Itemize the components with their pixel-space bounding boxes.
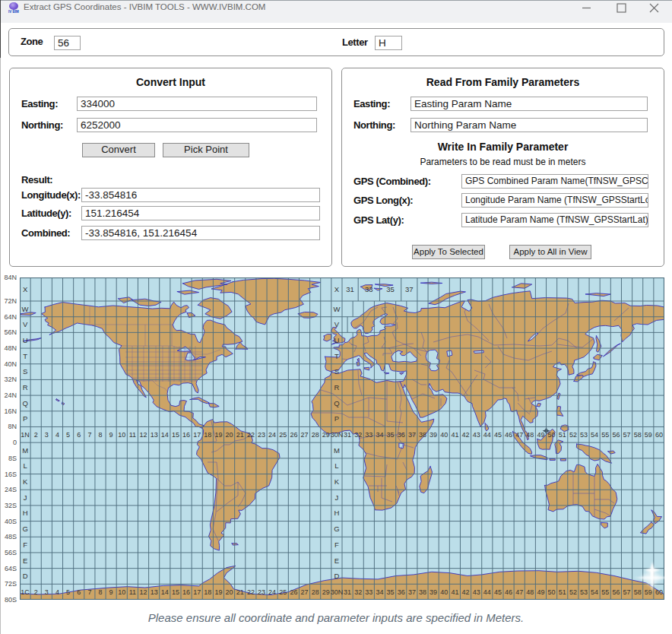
svg-text:G: G <box>334 525 339 533</box>
svg-text:35: 35 <box>387 431 395 439</box>
svg-text:L: L <box>23 461 27 470</box>
svg-text:15: 15 <box>172 588 179 596</box>
svg-text:37: 37 <box>405 285 414 293</box>
svg-text:33: 33 <box>365 431 372 439</box>
svg-text:P: P <box>23 414 27 423</box>
svg-text:7: 7 <box>87 588 91 596</box>
svg-text:45: 45 <box>494 588 502 596</box>
svg-text:32: 32 <box>354 431 362 439</box>
svg-text:34: 34 <box>376 588 383 596</box>
svg-text:44: 44 <box>483 588 491 596</box>
svg-text:6: 6 <box>77 431 81 439</box>
svg-text:13: 13 <box>151 431 158 439</box>
svg-text:51: 51 <box>559 431 566 439</box>
svg-text:W: W <box>22 305 29 313</box>
svg-text:23: 23 <box>258 588 265 596</box>
svg-text:R: R <box>23 383 28 391</box>
svg-text:Q: Q <box>22 399 27 407</box>
svg-text:14: 14 <box>161 431 169 439</box>
svg-text:45: 45 <box>494 431 502 439</box>
svg-text:53: 53 <box>580 431 588 439</box>
svg-text:H: H <box>23 509 28 517</box>
svg-text:17: 17 <box>193 588 201 596</box>
svg-text:31: 31 <box>346 285 354 293</box>
svg-text:38: 38 <box>419 431 426 439</box>
svg-text:43: 43 <box>473 431 480 439</box>
svg-text:18: 18 <box>204 588 211 596</box>
svg-text:33: 33 <box>365 285 373 293</box>
svg-text:22: 22 <box>247 588 255 596</box>
svg-text:1C: 1C <box>21 588 30 596</box>
svg-text:49: 49 <box>537 588 544 596</box>
svg-text:8: 8 <box>98 588 102 596</box>
svg-text:47: 47 <box>515 588 523 596</box>
svg-text:28: 28 <box>312 588 319 596</box>
svg-text:21: 21 <box>236 588 244 596</box>
svg-text:59: 59 <box>645 431 652 439</box>
svg-text:31: 31 <box>344 431 351 439</box>
svg-text:P: P <box>334 414 339 423</box>
svg-text:49: 49 <box>537 431 544 439</box>
svg-text:Q: Q <box>334 399 339 407</box>
svg-text:26: 26 <box>290 431 297 439</box>
svg-text:13: 13 <box>151 588 158 596</box>
svg-text:34: 34 <box>376 431 383 439</box>
svg-text:60: 60 <box>655 588 663 596</box>
svg-text:J: J <box>335 493 339 502</box>
svg-text:2: 2 <box>34 588 38 596</box>
svg-text:32: 32 <box>354 588 362 596</box>
svg-text:58: 58 <box>634 588 642 596</box>
svg-text:F: F <box>334 540 339 549</box>
svg-text:40: 40 <box>440 431 448 439</box>
svg-text:47: 47 <box>515 431 523 439</box>
svg-text:27: 27 <box>300 588 308 596</box>
svg-text:14: 14 <box>161 588 169 596</box>
svg-text:17: 17 <box>193 431 201 439</box>
svg-text:44: 44 <box>483 431 491 439</box>
svg-text:42: 42 <box>461 431 469 439</box>
svg-text:57: 57 <box>623 588 630 596</box>
svg-text:30N: 30N <box>331 431 344 439</box>
svg-text:55: 55 <box>601 588 609 596</box>
svg-text:11: 11 <box>129 588 136 596</box>
svg-text:G: G <box>22 525 27 533</box>
svg-text:43: 43 <box>473 588 480 596</box>
svg-text:V: V <box>334 320 340 328</box>
svg-text:J: J <box>24 493 27 502</box>
svg-text:46: 46 <box>505 588 512 596</box>
svg-text:15: 15 <box>172 431 179 439</box>
svg-text:4: 4 <box>55 431 59 439</box>
svg-text:54: 54 <box>591 431 598 439</box>
svg-text:12: 12 <box>139 588 147 596</box>
svg-text:5: 5 <box>66 431 70 439</box>
svg-text:1N: 1N <box>21 431 30 439</box>
svg-text:H: H <box>334 509 339 517</box>
svg-text:48: 48 <box>526 431 534 439</box>
svg-text:26: 26 <box>290 588 297 596</box>
svg-text:K: K <box>23 477 28 486</box>
svg-text:M: M <box>334 446 340 455</box>
svg-text:E: E <box>334 556 339 565</box>
svg-text:U: U <box>334 336 339 344</box>
svg-text:48: 48 <box>526 588 534 596</box>
svg-text:7: 7 <box>87 431 91 439</box>
svg-text:D: D <box>23 572 28 580</box>
svg-text:53: 53 <box>580 588 588 596</box>
svg-text:12: 12 <box>139 431 147 439</box>
svg-text:38: 38 <box>419 588 426 596</box>
svg-text:F: F <box>23 540 27 549</box>
svg-text:D: D <box>334 572 339 580</box>
svg-text:3: 3 <box>45 431 49 439</box>
svg-text:10: 10 <box>118 588 125 596</box>
svg-text:33: 33 <box>365 588 372 596</box>
svg-text:20: 20 <box>226 588 233 596</box>
svg-text:R: R <box>334 383 339 391</box>
svg-text:4: 4 <box>55 588 59 596</box>
svg-text:37: 37 <box>408 431 416 439</box>
svg-text:50: 50 <box>548 588 556 596</box>
svg-text:56: 56 <box>612 431 620 439</box>
svg-text:35: 35 <box>387 588 395 596</box>
svg-text:21: 21 <box>236 431 244 439</box>
svg-text:K: K <box>334 477 340 486</box>
svg-text:24: 24 <box>268 431 276 439</box>
